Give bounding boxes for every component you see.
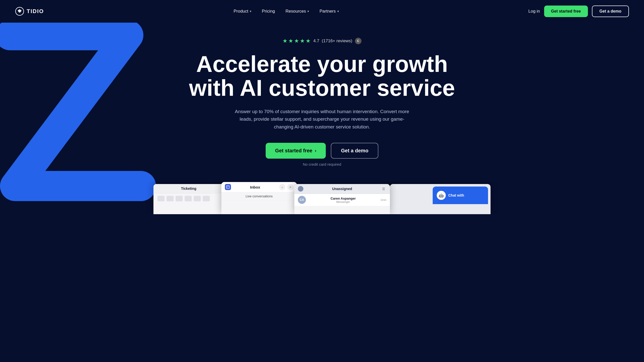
nav-link-pricing[interactable]: Pricing: [258, 7, 279, 16]
login-link[interactable]: Log in: [528, 9, 540, 14]
star-1: ★: [283, 38, 288, 44]
nav-item-partners[interactable]: Partners ▾: [315, 7, 343, 16]
nav-link-product[interactable]: Product ▾: [229, 7, 255, 16]
unassigned-title: Unassigned: [306, 187, 378, 191]
get-started-button[interactable]: Get started free: [544, 6, 588, 17]
ticketing-icon-2: [167, 196, 174, 201]
ticketing-icons: [153, 193, 224, 204]
hero-ctas: Get started free › Get a demo: [5, 143, 639, 159]
review-badge: ★ ★ ★ ★ ★ 4.7 (1716+ reviews) C: [283, 38, 361, 44]
chat-user-avatar: CA: [298, 196, 306, 204]
nav-right: Log in Get started free Get a demo: [528, 6, 629, 17]
svg-point-1: [19, 9, 20, 11]
review-score: 4.7: [313, 38, 319, 43]
chat-user-info: Caren Aspanger Messenger: [308, 197, 378, 203]
nav-link-partners[interactable]: Partners ▾: [315, 7, 343, 16]
inbox-app-icon: [225, 184, 231, 190]
ui-preview: Ticketing Inbox ⌕ ≡ L: [5, 182, 639, 214]
navbar: TIDIO Product ▾ Pricing Resources ▾ Part…: [0, 0, 644, 23]
nav-item-resources[interactable]: Resources ▾: [281, 7, 313, 16]
nav-links: Product ▾ Pricing Resources ▾ Partners ▾: [229, 7, 343, 16]
chat-unassigned-header: Unassigned ☰: [294, 184, 390, 194]
hero-title: Accelerate your growth with AI customer …: [184, 52, 460, 100]
search-icon[interactable]: ⌕: [279, 184, 285, 190]
chat-user-item[interactable]: CA Caren Aspanger Messenger 1min: [294, 194, 390, 206]
ticketing-icon-4: [185, 196, 192, 201]
live-conversations-label: Live conversations: [221, 192, 297, 200]
right-panel-card: 🤖 Chat with: [390, 184, 491, 214]
no-credit-note: No credit card required: [5, 162, 639, 166]
logo-link[interactable]: TIDIO: [15, 7, 44, 16]
inbox-preview-card: Inbox ⌕ ≡ Live conversations: [221, 182, 297, 214]
hero-section: ★ ★ ★ ★ ★ 4.7 (1716+ reviews) C Accelera…: [0, 23, 644, 214]
hero-subtitle: Answer up to 70% of customer inquiries w…: [234, 108, 410, 131]
chat-user-name: Caren Aspanger: [308, 197, 378, 200]
chat-user-channel: Messenger: [308, 200, 378, 203]
filter-icon[interactable]: ≡: [287, 184, 293, 190]
star-3: ★: [294, 38, 299, 44]
star-rating: ★ ★ ★ ★ ★: [283, 38, 311, 44]
logo-text: TIDIO: [27, 8, 44, 15]
tidio-logo-icon: [15, 7, 24, 16]
get-demo-button[interactable]: Get a demo: [592, 6, 629, 17]
chat-widget-label: Chat with: [448, 193, 464, 197]
hero-get-started-button[interactable]: Get started free ›: [266, 143, 326, 159]
star-2: ★: [288, 38, 293, 44]
hero-content: ★ ★ ★ ★ ★ 4.7 (1716+ reviews) C Accelera…: [5, 38, 639, 166]
chat-preview-card: Unassigned ☰ CA Caren Aspanger Messenger…: [294, 184, 390, 214]
review-count: (1716+ reviews): [322, 38, 352, 43]
nav-item-product[interactable]: Product ▾: [229, 7, 255, 16]
chevron-down-icon: ▾: [337, 10, 339, 13]
nav-link-resources[interactable]: Resources ▾: [281, 7, 313, 16]
chevron-down-icon: ▾: [250, 10, 251, 13]
nav-item-pricing[interactable]: Pricing: [258, 7, 279, 16]
inbox-title: Inbox: [233, 185, 277, 189]
star-5-half: ★: [306, 38, 311, 44]
star-4: ★: [300, 38, 305, 44]
hero-get-demo-button[interactable]: Get a demo: [331, 143, 378, 159]
ticketing-icon-6: [203, 196, 210, 201]
inbox-header: Inbox ⌕ ≡: [221, 182, 297, 192]
chat-time: 1min: [380, 198, 386, 201]
inbox-actions: ⌕ ≡: [279, 184, 293, 190]
chat-widget-avatar: 🤖: [437, 191, 446, 200]
unassigned-avatar: [298, 186, 303, 192]
ticketing-header: Ticketing: [153, 184, 224, 193]
arrow-right-icon: ›: [315, 148, 316, 153]
chevron-down-icon: ▾: [307, 10, 309, 13]
ticketing-icon-3: [176, 196, 183, 201]
ticketing-preview-card: Ticketing: [153, 184, 224, 214]
svg-rect-2: [226, 186, 229, 189]
ticketing-icon-1: [157, 196, 165, 201]
unassigned-filter-button[interactable]: ☰: [381, 186, 386, 192]
chat-widget[interactable]: 🤖 Chat with: [433, 187, 488, 204]
ticketing-icon-5: [194, 196, 201, 201]
capterra-icon: C: [355, 38, 361, 44]
